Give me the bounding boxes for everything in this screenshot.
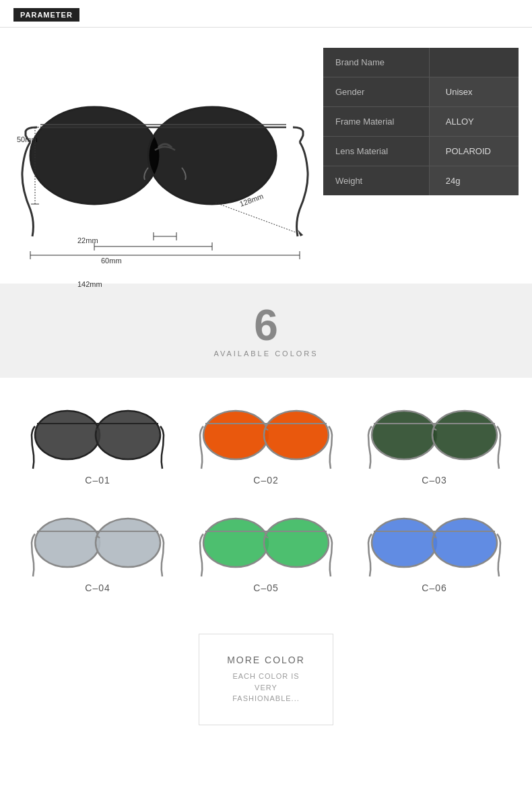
glasses-c04	[30, 506, 165, 580]
diagram-area: 50mm 22mm 60mm 142mm 128mm	[13, 48, 310, 263]
more-color-subtitle: EACH COLOR IS VERY FASHIONABLE...	[226, 671, 306, 704]
color-item-c06: C–06	[360, 506, 508, 593]
glasses-c06	[367, 506, 502, 580]
spec-row-brand: Brand Name	[323, 48, 519, 77]
parameter-badge: PARAMETER	[13, 8, 79, 22]
svg-line-18	[215, 203, 303, 235]
glasses-diagram-svg	[20, 61, 310, 263]
color-label-c01: C–01	[85, 475, 110, 486]
color-count: 6	[13, 304, 519, 347]
glasses-c02	[199, 398, 333, 472]
color-item-c05: C–05	[192, 506, 340, 593]
spec-row-lens: Lens Material POLAROID	[323, 137, 519, 166]
color-item-c02: C–02	[192, 398, 340, 486]
color-label-c05: C–05	[253, 583, 278, 593]
more-color-title: MORE COLOR	[226, 655, 306, 665]
spec-label-brand: Brand Name	[323, 48, 429, 77]
available-label: AVAILABLE COLORS	[13, 350, 519, 358]
color-label-c02: C–02	[253, 475, 278, 486]
spec-value-gender: Unisex	[429, 77, 519, 107]
specs-container: Brand Name Gender Unisex Frame Material …	[323, 48, 519, 263]
glasses-c03	[367, 398, 502, 472]
color-label-c04: C–04	[85, 583, 110, 593]
color-row-1: C–01 C–02	[13, 398, 519, 486]
color-item-c04: C–04	[24, 506, 172, 593]
spec-label-lens: Lens Material	[323, 137, 429, 166]
spec-label-frame: Frame Material	[323, 107, 429, 137]
spec-row-frame: Frame Material ALLOY	[323, 107, 519, 137]
spec-row-weight: Weight 24g	[323, 166, 519, 196]
colors-section: 6 AVAILABLE COLORS	[0, 284, 532, 378]
more-color-box: MORE COLOR EACH COLOR IS VERY FASHIONABL…	[199, 634, 333, 725]
spec-value-lens: POLAROID	[429, 137, 519, 166]
spec-value-frame: ALLOY	[429, 107, 519, 137]
color-item-c01: C–01	[24, 398, 172, 486]
color-row-2: C–04 C–05	[13, 506, 519, 593]
spec-label-gender: Gender	[323, 77, 429, 107]
spec-value-weight: 24g	[429, 166, 519, 196]
glasses-c01	[30, 398, 165, 472]
glasses-c05	[199, 506, 333, 580]
spec-value-brand	[429, 48, 519, 77]
color-item-c03: C–03	[360, 398, 508, 486]
more-color-section: MORE COLOR EACH COLOR IS VERY FASHIONABL…	[0, 634, 532, 752]
spec-row-gender: Gender Unisex	[323, 77, 519, 107]
color-label-c06: C–06	[422, 583, 446, 593]
spec-label-weight: Weight	[323, 166, 429, 196]
color-variants-section: C–01 C–02	[0, 378, 532, 634]
specs-table: Brand Name Gender Unisex Frame Material …	[323, 48, 519, 195]
color-label-c03: C–03	[422, 475, 446, 486]
parameter-header: PARAMETER	[0, 0, 532, 28]
product-section: 50mm 22mm 60mm 142mm 128mm	[0, 28, 532, 284]
dim-142mm: 142mm	[77, 280, 102, 288]
